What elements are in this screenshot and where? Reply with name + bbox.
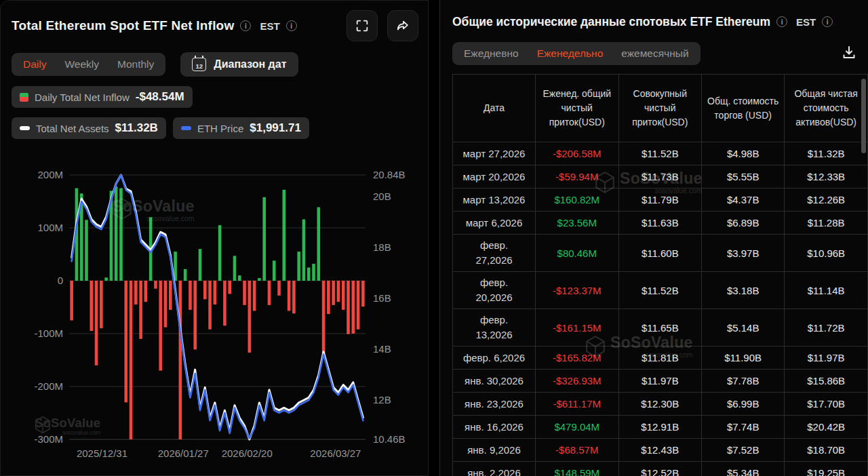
outflow-bar[interactable] (208, 281, 212, 330)
outflow-bar[interactable] (70, 281, 73, 321)
inflow-bar[interactable] (297, 252, 300, 281)
inflow-bar[interactable] (85, 220, 88, 281)
share-button[interactable] (387, 10, 418, 41)
inflow-bar[interactable] (115, 186, 118, 281)
inflow-bar[interactable] (283, 190, 286, 281)
chart-actions (347, 10, 418, 41)
inflow-bar[interactable] (317, 207, 321, 281)
outflow-bar[interactable] (357, 281, 360, 330)
value-cell: $11.97B (618, 370, 702, 393)
value-cell: $7.74B (702, 416, 785, 439)
outflow-bar[interactable] (164, 281, 167, 328)
outflow-bar[interactable] (361, 281, 365, 306)
app-root: Total Ethereum Spot ETF Net Inflow EST (0, 0, 868, 476)
legend-daily-net-inflow[interactable]: Daily Total Net Inflow -$48.54M (12, 86, 193, 108)
outflow-bar[interactable] (332, 281, 335, 305)
table-row[interactable]: февр.13,2026-$161.15M$11.65B$5.14B$11.72… (453, 309, 868, 346)
outflow-bar[interactable] (179, 281, 182, 439)
inflow-bar[interactable] (312, 264, 315, 281)
outflow-bar[interactable] (268, 281, 271, 305)
table-row[interactable]: март 6,2026$23.56M$11.63B$6.89B$11.28B (453, 212, 868, 235)
tab-daily[interactable]: Daily (23, 58, 46, 71)
outflow-bar[interactable] (322, 281, 326, 355)
outflow-bar[interactable] (124, 281, 127, 402)
outflow-bar[interactable] (243, 281, 246, 305)
tab-ежедневно[interactable]: Ежедневно (464, 47, 519, 60)
outflow-bar[interactable] (337, 281, 340, 302)
outflow-bar[interactable] (223, 281, 226, 325)
value-cell: $80.46M (535, 235, 618, 272)
table-row[interactable]: февр. 6,2026-$165.82M$11.81B$11.90B$11.9… (453, 346, 868, 370)
outflow-bar[interactable] (139, 281, 142, 339)
value-cell: -$59.94M (535, 165, 618, 189)
tab-weekly[interactable]: Weekly (64, 58, 99, 71)
legend-total-net-assets[interactable]: Total Net Assets $11.32B (12, 117, 166, 139)
inflow-bar[interactable] (233, 256, 237, 281)
outflow-bar[interactable] (288, 281, 291, 311)
outflow-bar[interactable] (228, 281, 231, 294)
outflow-bar[interactable] (95, 281, 98, 365)
outflow-bar[interactable] (169, 281, 172, 310)
info-icon[interactable] (776, 16, 787, 27)
table-row[interactable]: янв. 23,2026-$611.17M$12.30B$6.99B$17.70… (453, 393, 868, 416)
outflow-bar[interactable] (189, 281, 192, 310)
date-cell: март 13,2026 (453, 189, 536, 212)
table-scrollbar-thumb[interactable] (861, 79, 866, 153)
table-row[interactable]: янв. 9,2026-$68.57M$12.43B$7.52B$18.70B (453, 439, 868, 462)
inflow-bar[interactable] (218, 225, 222, 281)
fullscreen-button[interactable] (347, 10, 378, 41)
inflow-bar[interactable] (238, 275, 241, 281)
date-range-button[interactable]: 12 Диапазон дат (180, 52, 298, 77)
outflow-bar[interactable] (100, 281, 103, 328)
inflow-bar[interactable] (258, 278, 261, 281)
value-cell: $20.42B (785, 416, 868, 439)
table-row[interactable]: февр.20,2026-$123.37M$11.52B$3.18B$11.14… (453, 272, 868, 309)
info-icon[interactable] (286, 20, 297, 31)
chart-area[interactable]: 200M100M0-100M-200M-300M20.84B20B18B16B1… (12, 157, 429, 470)
outflow-bar[interactable] (277, 281, 281, 296)
outflow-bar[interactable] (130, 281, 133, 439)
table-row[interactable]: янв. 30,2026-$326.93M$11.97B$7.78B$15.86… (453, 370, 868, 393)
table-row[interactable]: март 27,2026-$206.58M$11.52B$4.98B$11.32… (453, 142, 868, 165)
download-button[interactable] (841, 45, 857, 63)
inflow-bar[interactable] (104, 277, 108, 281)
outflow-bar[interactable] (203, 281, 207, 299)
outflow-bar[interactable] (347, 281, 350, 334)
inflow-bar[interactable] (119, 189, 123, 281)
outflow-bar[interactable] (342, 281, 345, 310)
outflow-bar[interactable] (248, 281, 252, 353)
outflow-bar[interactable] (90, 281, 93, 331)
inflow-bar[interactable] (273, 260, 276, 281)
value-cell: $12.30B (618, 393, 702, 416)
outflow-bar[interactable] (292, 281, 296, 313)
outflow-bar[interactable] (253, 281, 256, 311)
inflow-bar[interactable] (184, 269, 187, 281)
info-icon[interactable] (240, 20, 251, 31)
tab-monthly[interactable]: Monthly (117, 58, 154, 71)
outflow-bar[interactable] (154, 281, 157, 289)
legend-eth-price[interactable]: ETH Price $1,991.71 (173, 117, 309, 139)
table-row[interactable]: март 20,2026-$59.94M$11.73B$5.55B$12.33B (453, 165, 868, 189)
inflow-bar[interactable] (262, 197, 266, 281)
table-row[interactable]: янв. 2,2026$148.59M$12.52B$5.34B$19.25B (453, 462, 868, 476)
outflow-bar[interactable] (144, 281, 148, 302)
outflow-bar[interactable] (159, 281, 162, 371)
outflow-bar[interactable] (214, 281, 217, 304)
combo-chart[interactable]: 200M100M0-100M-200M-300M20.84B20B18B16B1… (12, 157, 429, 470)
outflow-bar[interactable] (134, 281, 138, 304)
table-row[interactable]: янв. 16,2026$479.04M$12.91B$7.74B$20.42B (453, 416, 868, 439)
outflow-bar[interactable] (193, 281, 197, 349)
value-cell: $4.98B (702, 142, 785, 165)
inflow-bar[interactable] (307, 268, 311, 281)
info-icon[interactable] (822, 16, 833, 27)
outflow-bar[interactable] (351, 281, 355, 334)
inflow-bar[interactable] (302, 220, 306, 281)
inflow-bar[interactable] (199, 249, 202, 281)
value-cell: $11.97B (785, 346, 868, 370)
tab-ежемесячный[interactable]: ежемесячный (621, 47, 688, 60)
tab-еженедельно[interactable]: Еженедельно (537, 47, 604, 60)
outflow-bar[interactable] (327, 281, 330, 314)
table-row[interactable]: февр.27,2026$80.46M$11.60B$3.97B$10.96B (453, 235, 868, 272)
table-row[interactable]: март 13,2026$160.82M$11.79B$4.37B$12.26B (453, 189, 868, 212)
value-cell: $3.97B (702, 235, 785, 272)
